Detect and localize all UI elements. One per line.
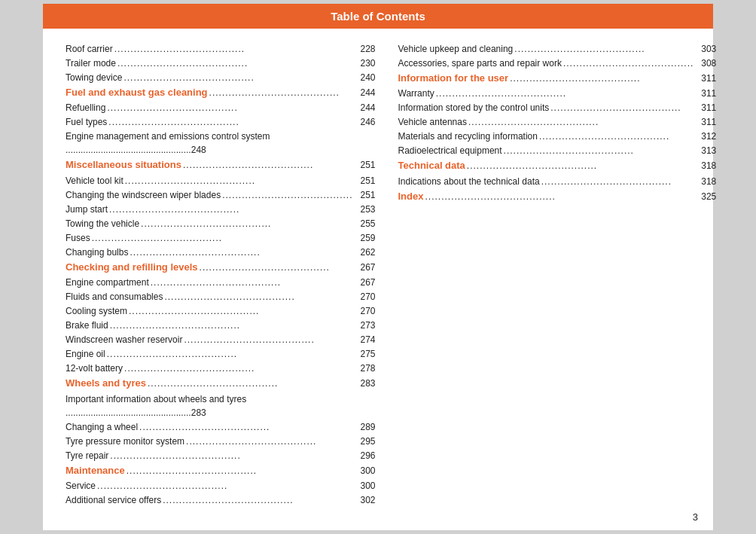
dots: ........................................: [114, 42, 353, 56]
dots: ........................................: [563, 56, 694, 70]
toc-entry: Changing the windscreen wiper blades....…: [66, 188, 376, 202]
section-title: Maintenance: [66, 463, 125, 478]
toc-entry: Changing a wheel........................…: [66, 420, 376, 434]
page-num: 303: [695, 42, 716, 56]
entry-text: Engine oil: [66, 347, 105, 361]
page-num: 251: [355, 174, 376, 188]
dots: ........................................: [97, 479, 352, 493]
toc-section-entry: Technical data..........................…: [398, 158, 717, 173]
page-num: 262: [355, 246, 376, 259]
toc-entry: Roof carrier............................…: [66, 42, 376, 56]
dots: ........................................: [510, 72, 694, 85]
page-num: 311: [695, 72, 716, 85]
section-title: Checking and refilling levels: [66, 260, 198, 275]
entry-text: Brake fluid: [66, 319, 108, 332]
toc-entry: Vehicle antennas........................…: [398, 115, 717, 129]
dots: ........................................: [130, 246, 352, 259]
toc-entry: Tyre pressure monitor system............…: [66, 435, 376, 448]
toc-entry-multiline: Engine management and emissions control …: [66, 130, 376, 157]
section-title: Wheels and tyres: [66, 376, 146, 391]
entry-text: Towing device: [66, 71, 122, 84]
page-num: 295: [355, 435, 376, 448]
dots: ........................................: [504, 144, 694, 157]
entry-text: Changing the windscreen wiper blades: [66, 188, 221, 202]
entry-text: Engine compartment: [66, 276, 149, 289]
toc-entry: Tyre repair.............................…: [66, 449, 376, 462]
dots: ........................................: [436, 87, 694, 100]
dots: ........................................: [164, 290, 352, 304]
dots: ........................................: [514, 42, 694, 56]
page-num: 311: [695, 115, 716, 129]
toc-section-entry: Wheels and tyres........................…: [66, 376, 376, 391]
dots: ........................................: [541, 175, 694, 188]
entry-text: Roof carrier: [66, 42, 113, 56]
dots: ........................................: [139, 420, 352, 434]
entry-text: Towing the vehicle: [66, 217, 139, 230]
toc-entry: Engine oil..............................…: [66, 347, 376, 361]
page-num: 253: [355, 203, 376, 216]
toc-section-entry: Miscellaneous situations................…: [66, 157, 376, 172]
toc-section-entry: Index...................................…: [398, 189, 717, 204]
page-num: 302: [355, 493, 376, 507]
page-num: 300: [355, 464, 376, 478]
right-column: Vehicle upkeep and cleaning.............…: [398, 42, 717, 508]
page-num: 318: [695, 159, 716, 172]
section-title: Technical data: [398, 158, 465, 173]
page-num: 267: [355, 276, 376, 289]
dots: ........................................: [125, 174, 353, 188]
dots: ........................................: [200, 261, 353, 274]
dots: ........................................: [110, 319, 353, 332]
dots: ........................................: [539, 130, 694, 143]
entry-text: Vehicle antennas: [398, 115, 467, 129]
entry-text: Indications about the technical data: [398, 175, 540, 188]
section-title: Miscellaneous situations: [66, 157, 181, 172]
toc-entry: Additional service offers...............…: [66, 493, 376, 507]
page-num: 230: [355, 56, 376, 70]
dots: ........................................: [425, 190, 694, 203]
section-title: Information for the user: [398, 71, 509, 86]
page-num: 246: [355, 115, 376, 129]
dots: ........................................: [151, 276, 353, 289]
page-num: 244: [355, 101, 376, 114]
dots: ........................................…: [66, 406, 191, 420]
section-title: Index: [398, 189, 424, 204]
entry-text: Warranty: [398, 87, 434, 100]
dots: ........................................: [124, 362, 352, 375]
section-title: Fuel and exhaust gas cleaning: [66, 85, 208, 100]
dots: ........................................: [107, 101, 352, 114]
toc-header: Table of Contents: [43, 4, 713, 29]
dots: ........................................: [129, 304, 352, 318]
toc-entry: Indications about the technical data....…: [398, 175, 717, 188]
page-num: 296: [355, 449, 376, 462]
dots: ........................................: [108, 115, 352, 129]
toc-entry: Jump start..............................…: [66, 203, 376, 216]
entry-text: Jump start: [66, 203, 108, 216]
toc-entry: Fuel types..............................…: [66, 115, 376, 129]
dots: ........................................: [110, 449, 352, 462]
toc-entry: Towing device...........................…: [66, 71, 376, 84]
toc-entry: 12-volt battery.........................…: [66, 362, 376, 375]
dots: ........................................: [209, 86, 353, 99]
dots: ........................................: [148, 377, 353, 390]
dots: ........................................: [163, 493, 352, 507]
entry-text: Tyre repair: [66, 449, 108, 462]
entry-text: Vehicle tool kit: [66, 174, 123, 188]
page: Table of Contents Roof carrier..........…: [43, 4, 713, 531]
page-num: 270: [355, 290, 376, 304]
entry-text: Radioelectrical equipment: [398, 144, 502, 157]
page-num: 240: [355, 71, 376, 84]
page-num: 273: [355, 319, 376, 332]
page-num: 255: [355, 217, 376, 230]
entry-text: Accessories, spare parts and repair work: [398, 56, 562, 70]
page-num: 289: [355, 420, 376, 434]
toc-content: Roof carrier............................…: [43, 42, 713, 508]
toc-section-entry: Checking and refilling levels...........…: [66, 260, 376, 275]
page-num: 251: [355, 158, 376, 172]
toc-entry: Refuelling..............................…: [66, 101, 376, 114]
page-num: 275: [355, 347, 376, 361]
dots: ........................................: [123, 71, 352, 84]
toc-entry: Fluids and consumables..................…: [66, 290, 376, 304]
page-num: 308: [695, 56, 716, 70]
entry-text: Trailer mode: [66, 56, 116, 70]
page-num: 270: [355, 304, 376, 318]
